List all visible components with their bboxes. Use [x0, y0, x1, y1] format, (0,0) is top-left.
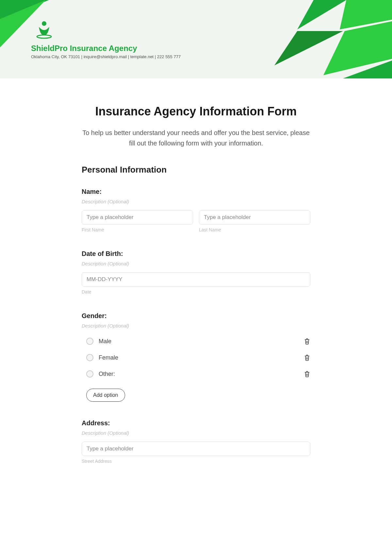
- form-content: Insurance Agency Information Form To hel…: [75, 78, 317, 477]
- add-option-button[interactable]: Add option: [86, 389, 125, 402]
- radio-label-male[interactable]: Male: [99, 338, 111, 345]
- radio-label-female[interactable]: Female: [99, 354, 118, 361]
- svg-point-8: [37, 35, 51, 38]
- gender-label: Gender:: [82, 312, 310, 320]
- header-banner: ShieldPro Insurance Agency Oklahoma City…: [0, 0, 392, 78]
- first-name-input[interactable]: [82, 210, 193, 225]
- name-description[interactable]: Description (Optional): [82, 199, 310, 204]
- address-label: Address:: [82, 419, 310, 427]
- dob-sublabel: Date: [82, 289, 310, 295]
- radio-icon[interactable]: [86, 354, 93, 361]
- street-address-sublabel: Street Address: [82, 459, 310, 464]
- trash-icon[interactable]: [304, 338, 310, 345]
- gender-option-other: Other:: [82, 367, 310, 381]
- svg-point-7: [42, 21, 46, 26]
- radio-icon[interactable]: [86, 338, 93, 345]
- field-name: Name: Description (Optional) First Name …: [82, 188, 310, 232]
- company-contact-line: Oklahoma City, OK 73101 | inquire@shield…: [31, 54, 181, 59]
- gender-option-female: Female: [82, 351, 310, 364]
- address-description[interactable]: Description (Optional): [82, 430, 310, 436]
- company-logo-icon: [34, 20, 54, 39]
- trash-icon[interactable]: [304, 370, 310, 378]
- last-name-input[interactable]: [199, 210, 310, 225]
- field-dob: Date of Birth: Description (Optional) Da…: [82, 250, 310, 295]
- dob-label: Date of Birth:: [82, 250, 310, 258]
- form-title: Insurance Agency Information Form: [82, 105, 310, 118]
- name-label: Name:: [82, 188, 310, 195]
- street-address-input[interactable]: [82, 442, 310, 456]
- radio-icon[interactable]: [86, 370, 93, 378]
- dob-input[interactable]: [82, 272, 310, 287]
- radio-label-other[interactable]: Other:: [99, 371, 115, 378]
- field-address: Address: Description (Optional) Street A…: [82, 419, 310, 464]
- field-gender: Gender: Description (Optional) Male Fema…: [82, 312, 310, 402]
- gender-option-male: Male: [82, 334, 310, 348]
- dob-description[interactable]: Description (Optional): [82, 261, 310, 266]
- decorative-triangles-right: [255, 0, 392, 78]
- form-intro: To help us better understand your needs …: [82, 127, 310, 148]
- last-name-sublabel: Last Name: [199, 227, 310, 232]
- trash-icon[interactable]: [304, 354, 310, 361]
- first-name-sublabel: First Name: [82, 227, 193, 232]
- svg-marker-2: [297, 0, 346, 29]
- logo-block: ShieldPro Insurance Agency Oklahoma City…: [31, 20, 181, 59]
- gender-description[interactable]: Description (Optional): [82, 323, 310, 329]
- company-name: ShieldPro Insurance Agency: [31, 44, 181, 53]
- section-personal-info: Personal Information: [82, 165, 310, 175]
